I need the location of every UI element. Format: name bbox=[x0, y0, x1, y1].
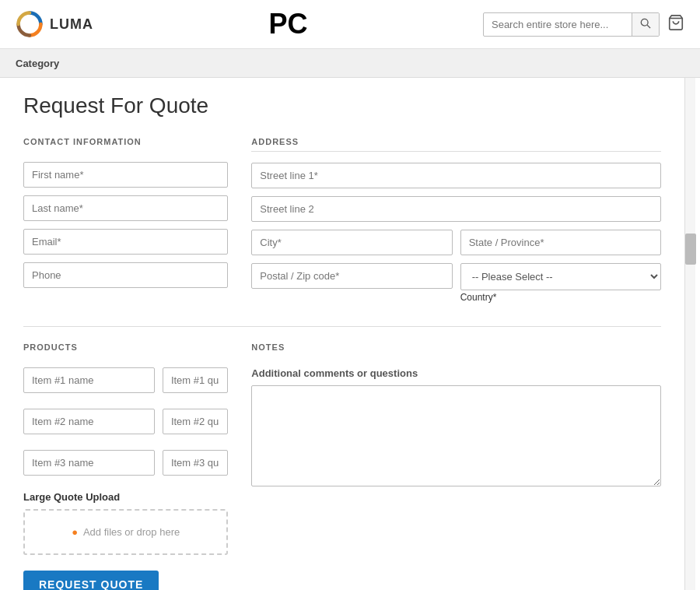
email-field bbox=[23, 229, 228, 255]
page-title: Request For Quote bbox=[23, 93, 661, 118]
svg-point-1 bbox=[641, 19, 648, 26]
upload-text: Add files or drop here bbox=[83, 526, 180, 538]
search-box bbox=[483, 12, 660, 37]
product-3-name-input[interactable] bbox=[23, 450, 155, 476]
notes-section: NOTES Additional comments or questions bbox=[251, 342, 661, 555]
site-header: LUMA PC bbox=[0, 0, 700, 49]
upload-area[interactable]: ● Add files or drop here bbox=[23, 509, 228, 555]
last-name-input[interactable] bbox=[23, 195, 228, 221]
product-row bbox=[23, 367, 228, 401]
email-input[interactable] bbox=[23, 229, 228, 255]
product-rows bbox=[23, 367, 228, 483]
section-divider bbox=[23, 326, 661, 327]
last-name-field bbox=[23, 195, 228, 221]
nav-bar: Category bbox=[0, 49, 700, 78]
scrollbar[interactable] bbox=[684, 78, 695, 590]
product-2-qty-field bbox=[163, 409, 228, 434]
city-input[interactable] bbox=[251, 230, 452, 255]
bottom-sections: PRODUCTS Large Quote Upload ● Add files … bbox=[23, 342, 661, 555]
state-input[interactable] bbox=[460, 230, 661, 255]
products-section: PRODUCTS Large Quote Upload ● Add files … bbox=[23, 342, 228, 555]
product-1-name-input[interactable] bbox=[23, 367, 155, 393]
logo-text: LUMA bbox=[50, 16, 93, 33]
street2-input[interactable] bbox=[251, 196, 661, 222]
product-1-qty-input[interactable] bbox=[163, 367, 228, 393]
postal-country-row: -- Please Select -- Country* bbox=[251, 263, 661, 311]
product-row bbox=[23, 450, 228, 483]
country-select[interactable]: -- Please Select -- bbox=[460, 263, 661, 290]
logo-area: LUMA bbox=[16, 10, 93, 38]
country-label: Country* bbox=[460, 292, 661, 303]
city-field bbox=[251, 230, 452, 255]
first-name-input[interactable] bbox=[23, 162, 228, 188]
search-icon bbox=[640, 18, 651, 29]
search-input[interactable] bbox=[484, 14, 632, 35]
main-content: Request For Quote CONTACT INFORMATION bbox=[0, 78, 684, 590]
product-3-name-field bbox=[23, 450, 155, 476]
category-label[interactable]: Category bbox=[16, 58, 59, 69]
upload-label: Large Quote Upload bbox=[23, 491, 228, 503]
contact-section: CONTACT INFORMATION bbox=[23, 137, 228, 311]
notes-textarea[interactable] bbox=[251, 385, 661, 486]
contact-section-title: CONTACT INFORMATION bbox=[23, 137, 228, 151]
phone-field bbox=[23, 262, 228, 288]
state-field bbox=[460, 230, 661, 255]
address-section-title: ADDRESS bbox=[251, 137, 661, 152]
product-3-qty-field bbox=[163, 450, 228, 476]
products-section-title: PRODUCTS bbox=[23, 342, 228, 356]
product-2-qty-input[interactable] bbox=[163, 409, 228, 434]
top-form-sections: CONTACT INFORMATION ADDRESS bbox=[23, 137, 661, 311]
header-page-label: PC bbox=[268, 8, 307, 40]
product-1-name-field bbox=[23, 367, 155, 393]
street1-input[interactable] bbox=[251, 163, 661, 188]
product-row bbox=[23, 409, 228, 442]
page-wrapper: Request For Quote CONTACT INFORMATION bbox=[0, 78, 700, 590]
country-field: -- Please Select -- Country* bbox=[460, 263, 661, 303]
product-1-qty-field bbox=[163, 367, 228, 393]
street2-field bbox=[251, 196, 661, 222]
cart-button[interactable] bbox=[667, 14, 684, 35]
upload-icon: ● bbox=[72, 526, 78, 538]
city-state-row bbox=[251, 230, 661, 263]
address-section: ADDRESS bbox=[251, 137, 661, 311]
notes-section-title: NOTES bbox=[251, 342, 661, 356]
phone-input[interactable] bbox=[23, 262, 228, 288]
comments-label: Additional comments or questions bbox=[251, 367, 661, 379]
svg-line-2 bbox=[647, 25, 650, 28]
postal-field bbox=[251, 263, 452, 303]
postal-input[interactable] bbox=[251, 263, 452, 289]
cart-icon bbox=[667, 14, 684, 31]
first-name-field bbox=[23, 162, 228, 188]
header-right bbox=[483, 12, 684, 37]
submit-quote-button[interactable]: REQUEST QUOTE bbox=[23, 571, 159, 590]
scrollbar-thumb[interactable] bbox=[685, 234, 696, 265]
search-button[interactable] bbox=[632, 13, 659, 36]
product-2-name-field bbox=[23, 409, 155, 434]
street1-field bbox=[251, 163, 661, 188]
product-2-name-input[interactable] bbox=[23, 409, 155, 434]
luma-logo-icon bbox=[16, 10, 44, 38]
product-3-qty-input[interactable] bbox=[163, 450, 228, 476]
